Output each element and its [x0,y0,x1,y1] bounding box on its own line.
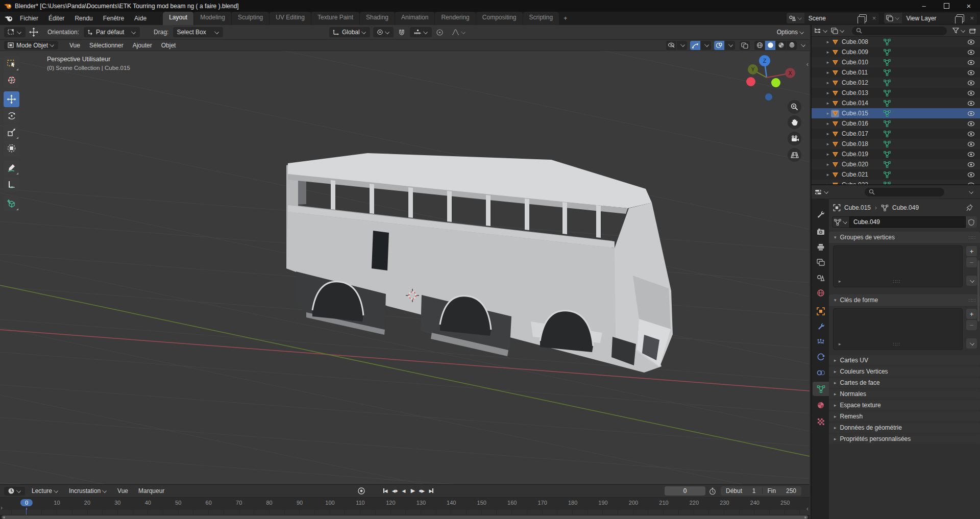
breadcrumb-data-name[interactable]: Cube.049 [892,204,919,211]
sidebar-collapse-icon[interactable]: ‹ [806,60,808,68]
outliner-row[interactable]: ▸ Cube.021 [812,169,980,180]
timeline-ruler[interactable]: 0102030405060708090100110120130140150160… [0,498,810,510]
tool-add-cube[interactable] [4,195,19,211]
menu-item[interactable]: Fichier [15,12,43,25]
panel-list-box[interactable]: ▸ [833,245,963,287]
object-name[interactable]: Cube.020 [842,161,884,168]
show-overlays-chevron[interactable] [725,41,735,50]
zoom-view-button[interactable] [788,100,801,114]
timeline-track[interactable] [0,510,810,515]
drag-dropdown[interactable]: Select Box [173,27,223,37]
collapsed-panel-header[interactable]: ▸ Couleurs Vertices [829,366,980,377]
pivot-point-dropdown[interactable] [373,27,394,37]
expand-icon[interactable]: ▸ [825,39,831,44]
list-disclosure-icon[interactable]: ▸ [839,279,841,284]
tab-physics[interactable] [813,350,829,364]
playback-menu[interactable]: Lecture [28,486,62,496]
hide-toggle[interactable] [967,131,975,137]
outliner-row[interactable]: ▸ Cube.019 [812,149,980,159]
play-reverse-button[interactable]: ◀ [399,486,408,495]
unlink-scene-icon[interactable]: × [869,14,879,22]
workspace-tab[interactable]: Layout [163,12,193,25]
expand-icon[interactable]: ▸ [825,141,831,146]
pan-view-button[interactable] [788,115,801,129]
tab-scene[interactable] [813,270,829,285]
collapsed-panel-header[interactable]: ▸ Données de géométrie [829,423,980,433]
hide-toggle[interactable] [967,172,975,178]
workspace-tab[interactable]: Compositing [476,12,523,25]
object-icon[interactable] [831,161,839,168]
proportional-falloff-dropdown[interactable] [448,27,470,37]
object-name[interactable]: Cube.017 [842,130,884,137]
hide-toggle[interactable] [967,101,975,106]
hide-toggle[interactable] [967,39,975,45]
timeline-expand-icon[interactable]: › [1,504,3,511]
object-icon[interactable] [831,89,839,97]
object-name[interactable]: Cube.010 [842,59,884,66]
end-value[interactable]: 250 [786,487,796,495]
object-name[interactable]: Cube.019 [842,151,884,158]
timeline-scroll-thumb[interactable] [2,515,808,519]
collapsed-panel-header[interactable]: ▸ Cartes UV [829,355,980,365]
outliner-row[interactable]: ▸ Cube.008 [812,37,980,47]
hide-toggle[interactable] [967,60,975,65]
object-name[interactable]: Cube.008 [842,38,884,45]
add-workspace-button[interactable]: + [559,13,571,24]
prev-keyframe-button[interactable]: ◀◆ [390,486,399,495]
object-icon[interactable] [831,59,839,66]
object-name[interactable]: Cube.018 [842,140,884,147]
outliner-row[interactable]: ▸ Cube.014 [812,98,980,108]
properties-scrollbar[interactable] [977,260,979,322]
new-view-layer-icon[interactable] [957,14,964,22]
panel-header[interactable]: ▾ Clés de forme [829,294,980,306]
hide-toggle[interactable] [967,70,975,76]
expand-icon[interactable]: ▸ [825,131,831,136]
breadcrumb-object-name[interactable]: Cube.015 [844,204,871,211]
tab-particles[interactable] [813,335,829,349]
menu-item[interactable]: Aide [129,12,152,25]
timeline-collapse-icon[interactable]: ‹ [806,505,808,512]
panel-grip-icon[interactable] [968,296,976,304]
mesh-datablock-icon[interactable] [832,216,849,228]
object-name[interactable]: Cube.021 [842,171,884,178]
workspace-tab[interactable]: Sculpting [232,12,269,25]
tool-scale[interactable] [4,124,19,140]
outliner-row[interactable]: ▸ Cube.012 [812,78,980,88]
fake-user-shield-icon[interactable] [966,216,977,228]
next-keyframe-button[interactable]: ◆▶ [418,486,427,495]
mesh-data-icon[interactable] [884,131,891,137]
outliner-row[interactable]: ▸ Cube.022 [812,180,980,184]
expand-icon[interactable]: ▸ [825,50,831,55]
expand-icon[interactable]: ▸ [825,70,831,75]
collapsed-panel-header[interactable]: ▸ Normales [829,389,980,399]
outliner-row[interactable]: ▸ Cube.015 [812,108,980,118]
tool-transform[interactable] [4,140,19,156]
add-item-button[interactable] [966,246,977,256]
outliner-search-input[interactable] [852,27,947,35]
snap-target-dropdown[interactable] [410,27,432,37]
start-value[interactable]: 1 [752,487,756,495]
viewport-menu-item[interactable]: Objet [157,40,181,51]
menu-item[interactable]: Fenêtre [98,12,129,25]
object-name[interactable]: Cube.009 [842,48,884,56]
mode-dropdown[interactable]: Mode Objet [4,41,58,50]
menu-item[interactable]: Rendu [69,12,97,25]
show-overlays-icon[interactable] [714,41,724,50]
hide-toggle[interactable] [967,90,975,96]
tab-render[interactable] [813,225,829,239]
orientation-dropdown[interactable]: Par défaut [84,27,140,37]
close-button[interactable] [958,0,980,12]
outliner-row[interactable]: ▸ Cube.011 [812,67,980,78]
expand-icon[interactable]: ▸ [825,172,831,177]
shading-wireframe-icon[interactable] [754,41,765,50]
tab-output[interactable] [813,240,829,254]
expand-icon[interactable]: ▸ [825,60,831,65]
mesh-data-icon[interactable] [884,59,891,66]
object-name[interactable]: Cube.015 [842,110,884,117]
object-icon[interactable] [831,100,839,107]
properties-options-chevron[interactable] [965,187,975,196]
timeline-menu-item[interactable]: Vue [112,485,133,497]
toggle-ortho-button[interactable] [788,148,801,162]
navigation-gizmo[interactable]: Z Y X [744,53,795,102]
tab-modifiers[interactable] [813,319,829,334]
